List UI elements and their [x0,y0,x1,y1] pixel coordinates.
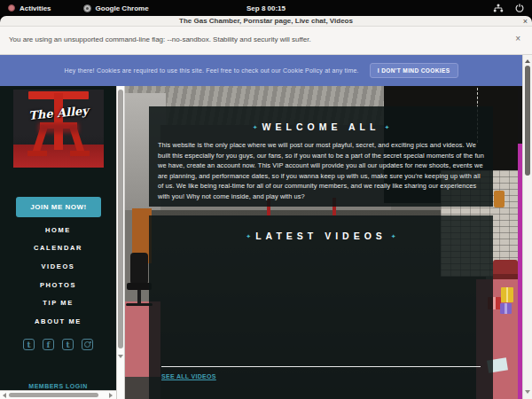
sidebar-hscrollbar-thumb[interactable] [9,393,98,397]
welcome-section: ✦WELCOME ALL✦ This website is the only p… [149,106,493,207]
photo-chair-seat [127,283,152,290]
welcome-title: WELCOME ALL [262,121,380,132]
network-icon[interactable] [493,4,504,12]
sidebar-item-photos[interactable]: PHOTOS [0,276,116,294]
window-close-icon[interactable]: × [523,16,528,27]
members-login-link[interactable]: MEMBERS LOGIN [0,383,116,389]
cookie-accept-button[interactable]: I DON'T MIND COOKIES [370,63,458,78]
window-titlebar[interactable]: The Gas Chamber, Pornstar page, Live cha… [0,16,532,27]
chrome-icon [83,4,91,12]
recording-indicator-icon [8,4,15,12]
star-decor-icon: ✦ [384,124,389,130]
latest-videos-section: ✦LATEST VIDEOS✦ SEE ALL VIDEOS [149,215,493,399]
welcome-paragraph: This website is the only place where we … [158,140,484,202]
join-me-now-button[interactable]: JOIN ME NOW! [16,197,101,217]
sidebar-item-videos[interactable]: VIDEOS [0,257,116,276]
see-all-videos-link[interactable]: SEE ALL VIDEOS [161,373,216,379]
cookie-consent-bar: Hey there! Cookies are required to use t… [0,55,522,86]
page-scroll-down-icon[interactable] [525,390,530,394]
site-logo-image[interactable]: The Alley [13,90,104,168]
chrome-infobar: You are using an unsupported command-lin… [0,27,532,55]
sidebar-item-tip-me[interactable]: TIP ME [0,293,116,312]
page-vertical-scrollbar[interactable] [522,55,532,399]
sidebar-scroll-right-icon[interactable] [109,393,113,398]
sidebar-item-calendar[interactable]: CALENDAR [0,239,116,258]
twitter-icon[interactable]: t [23,339,35,350]
star-decor-icon: ✦ [246,233,251,239]
photo-gift-box-yellow [501,287,513,302]
photo-gift-box-purple [500,303,512,314]
clock[interactable]: Sep 8 00:15 [0,4,532,12]
logo-frame-foot [70,151,90,156]
latest-videos-title: LATEST VIDEOS [255,231,387,241]
latest-videos-heading: ✦LATEST VIDEOS✦ [149,215,493,243]
section-divider [161,366,481,367]
logo-frame-post [54,93,63,150]
instagram-icon[interactable] [82,339,93,350]
sidebar-item-about-me[interactable]: ABOUT ME [0,312,116,331]
star-decor-icon: ✦ [253,124,258,130]
tumblr-icon[interactable]: t [62,339,74,350]
photo-chair-post [137,290,141,304]
sidebar-vertical-scrollbar[interactable] [116,86,125,399]
sidebar-scroll-left-icon[interactable] [3,393,6,398]
sidebar: The Alley JOIN ME NOW! HOME CALENDAR VID… [0,86,116,399]
facebook-icon[interactable]: f [43,339,54,350]
gnome-top-bar: Activities Google Chrome Sep 8 00:15 [0,0,532,16]
window-title: The Gas Chamber, Pornstar page, Live cha… [179,17,353,25]
welcome-heading: ✦WELCOME ALL✦ [149,106,493,134]
infobar-close-icon[interactable]: × [515,34,520,43]
cookie-message: Hey there! Cookies are required to use t… [64,67,358,74]
sidebar-horizontal-scrollbar[interactable] [0,390,116,399]
page-scrollbar-thumb[interactable] [525,66,530,176]
photo-hanging-item [494,191,505,207]
sidebar-scroll-down-icon[interactable] [118,355,123,358]
screen: Activities Google Chrome Sep 8 00:15 The… [0,0,532,399]
focused-app-menu[interactable]: Google Chrome [96,4,149,12]
logo-frame-foot [27,151,47,156]
photo-chair-back [130,253,148,285]
logo-red-smudge [38,123,79,133]
sidebar-item-home[interactable]: HOME [0,221,116,239]
power-icon[interactable] [515,4,524,12]
infobar-message: You are using an unsupported command-lin… [9,35,311,43]
browser-viewport: Hey there! Cookies are required to use t… [0,55,532,399]
social-icons-row: t f t [0,339,116,350]
sidebar-scrollbar-thumb[interactable] [118,90,123,348]
page-scroll-up-icon[interactable] [525,59,530,63]
system-tray [493,4,524,12]
activities-button[interactable]: Activities [20,4,51,12]
star-decor-icon: ✦ [391,233,396,239]
sidebar-nav: HOME CALENDAR VIDEOS PHOTOS TIP ME ABOUT… [0,221,116,331]
